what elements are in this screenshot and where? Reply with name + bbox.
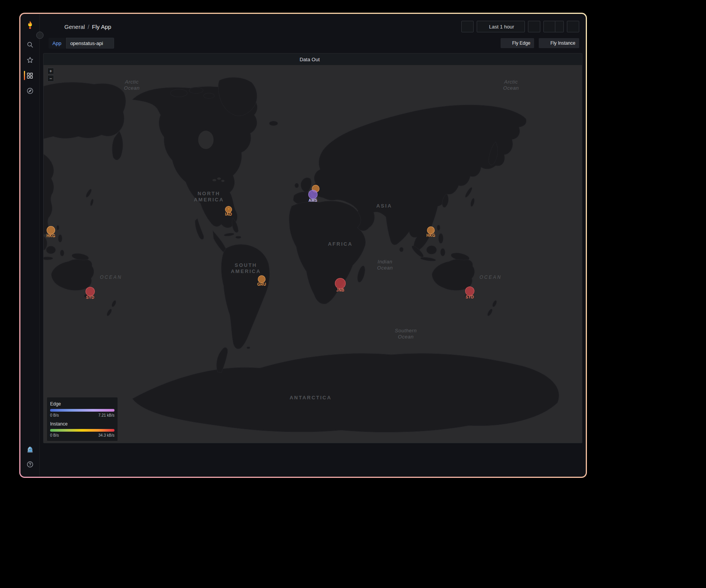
app-variable-label: App (49, 38, 65, 49)
caret-down-icon (557, 25, 561, 29)
settings-gear-icon (464, 23, 471, 30)
breadcrumb-page: Fly App (92, 23, 111, 30)
marker-circle (47, 226, 55, 235)
sidebar-expand-button[interactable] (36, 32, 44, 39)
geomap-panel: Data Out (43, 53, 582, 443)
panel-header[interactable]: Data Out (44, 54, 582, 65)
grot-assistant-icon (26, 445, 34, 453)
dashboards-grid-icon (26, 72, 34, 79)
edge-legend: Edge 0 B/s 7.21 kB/s (50, 401, 114, 417)
instance-legend-max: 34.3 kB/s (98, 433, 114, 437)
map-legend: Edge 0 B/s 7.21 kB/s Instance 0 B/s (47, 397, 118, 441)
app-variable-select[interactable]: openstatus-api (66, 38, 114, 49)
dashboard-grid-icon (543, 41, 548, 46)
marker-label: JNB (336, 288, 345, 292)
favorite-star-icon (116, 23, 122, 30)
search-icon (26, 41, 34, 49)
dashboard-toolbar: General / Fly App (43, 14, 582, 35)
marker-label: GRU (257, 282, 266, 286)
caret-down-icon (517, 25, 521, 29)
instance-legend-min: 0 B/s (50, 433, 59, 437)
screen: { "nav": { "breadcrumb": {"section": "Ge… (0, 0, 706, 588)
marker-label: AMS (308, 198, 317, 203)
instance-gradient-bar (50, 429, 114, 432)
time-range-picker[interactable]: Last 1 hour (477, 21, 525, 32)
edge-gradient-bar (50, 409, 114, 412)
map-zoom-controls: + − (47, 68, 54, 82)
zoom-out-time-button[interactable] (528, 21, 540, 32)
back-arrow-icon (50, 23, 57, 30)
world-map-basemap (44, 65, 582, 443)
sidebar-dashboards-button[interactable] (20, 68, 40, 83)
marker-label: SYD (466, 295, 474, 299)
explore-compass-icon (26, 87, 34, 95)
sidebar-assistant-button[interactable] (20, 441, 40, 457)
panel-title: Data Out (299, 57, 319, 62)
tv-monitor-icon (570, 23, 576, 30)
dashboard-settings-button[interactable] (461, 21, 474, 32)
refresh-icon (546, 24, 552, 30)
edge-legend-min: 0 B/s (50, 413, 59, 417)
back-button[interactable] (49, 22, 59, 32)
edge-legend-max: 7.21 kB/s (98, 413, 114, 417)
instance-legend: Instance 0 B/s 34.3 kB/s (50, 421, 114, 437)
marker-label: IAD (225, 212, 232, 216)
grafana-window: General / Fly App (19, 13, 587, 478)
clock-icon (481, 24, 486, 30)
main-area: General / Fly App (40, 14, 586, 477)
marker-label: HKG (46, 234, 55, 238)
sidebar-help-button[interactable] (20, 457, 40, 472)
breadcrumb: General / Fly App (64, 23, 111, 30)
fly-instance-link-label: Fly Instance (550, 40, 575, 46)
grafana-logo-icon (25, 20, 35, 30)
time-range-label: Last 1 hour (489, 24, 514, 30)
marker-inner-dot (227, 208, 230, 210)
chevron-right-icon (38, 34, 42, 37)
marker-circle (258, 275, 266, 283)
fly-instance-link[interactable]: Fly Instance (539, 38, 579, 48)
marker-circle (308, 190, 318, 199)
breadcrumb-separator: / (87, 23, 89, 30)
edge-legend-title: Edge (50, 401, 114, 407)
refresh-button[interactable] (543, 21, 555, 32)
dashboard-grid-icon (504, 41, 509, 46)
caret-down-icon (322, 57, 326, 62)
dashboard-links: Fly Edge Fly Instance (501, 38, 579, 48)
app-variable: App openstatus-api (49, 38, 114, 49)
sidebar (20, 14, 40, 477)
instance-legend-title: Instance (50, 421, 114, 427)
help-icon (26, 461, 34, 468)
favorite-dashboard-button[interactable] (114, 22, 124, 31)
refresh-interval-button[interactable] (555, 21, 564, 32)
grafana-logo[interactable] (23, 18, 37, 32)
world-map[interactable]: Arctic OceanArctic OceanNORTH AMERICAASI… (44, 65, 582, 443)
marker-circle (86, 287, 95, 296)
grafana-app: General / Fly App (20, 14, 586, 477)
zoom-out-icon (531, 23, 537, 30)
submenu-bar: App openstatus-api Fly Edge (43, 35, 582, 50)
star-icon (26, 56, 34, 64)
map-zoom-in-button[interactable]: + (47, 68, 54, 74)
active-section-indicator (24, 71, 25, 80)
sidebar-starred-button[interactable] (20, 52, 40, 68)
toolbar-actions: Last 1 hour (461, 21, 579, 32)
marker-label: HKG (426, 233, 435, 238)
caret-down-icon (106, 41, 110, 45)
marker-label: SYD (86, 295, 94, 300)
fly-edge-link-label: Fly Edge (512, 40, 530, 46)
tv-mode-button[interactable] (567, 21, 579, 32)
instance-legend-range: 0 B/s 34.3 kB/s (50, 433, 114, 437)
share-dashboard-button[interactable] (127, 22, 136, 31)
marker-circle (335, 278, 346, 289)
app-variable-value: openstatus-api (70, 40, 103, 46)
breadcrumb-section[interactable]: General (64, 23, 85, 30)
marker-circle (427, 226, 435, 234)
sidebar-search-button[interactable] (20, 37, 40, 52)
edge-legend-range: 0 B/s 7.21 kB/s (50, 413, 114, 417)
share-icon (128, 23, 134, 30)
fly-edge-link[interactable]: Fly Edge (501, 38, 534, 48)
refresh-button-group (543, 21, 564, 32)
marker-circle (465, 286, 474, 296)
map-zoom-out-button[interactable]: − (47, 75, 54, 82)
sidebar-explore-button[interactable] (20, 83, 40, 99)
